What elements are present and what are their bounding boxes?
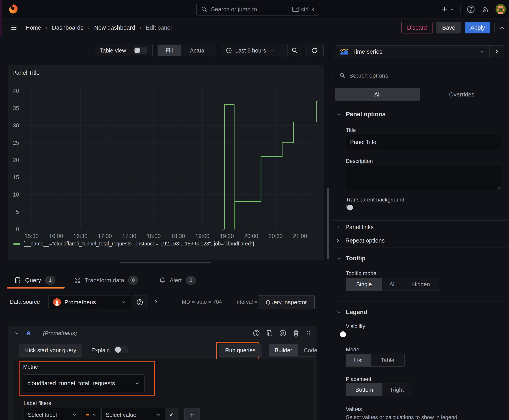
svg-text:17:00: 17:00 (98, 233, 112, 239)
legend-series-color (13, 243, 20, 245)
select-label-dropdown[interactable]: Select label (23, 408, 81, 420)
plus-icon (189, 412, 195, 418)
time-range-picker[interactable]: Last 6 hours (221, 47, 288, 54)
save-button[interactable]: Save (436, 22, 461, 33)
menu-toggle[interactable] (10, 24, 18, 31)
duplicate-query-icon[interactable] (266, 330, 273, 337)
legend-placement-bottom[interactable]: Bottom (346, 383, 382, 396)
fill-option[interactable]: Fill (158, 45, 181, 56)
breadcrumb: Home › Dashboards › New dashboard › Edit… (10, 18, 172, 37)
disable-query-icon[interactable] (279, 329, 287, 337)
explain-toggle[interactable] (114, 346, 128, 353)
select-value-dropdown[interactable]: Select value (101, 408, 165, 420)
chevron-down-icon (336, 310, 341, 315)
actual-option[interactable]: Actual (181, 45, 214, 56)
chevron-down-icon (156, 412, 161, 417)
expand-options-button[interactable] (153, 299, 159, 305)
legend-section-header[interactable]: Legend (336, 309, 367, 316)
breadcrumb-dashboards[interactable]: Dashboards (52, 24, 83, 31)
search-icon (201, 6, 207, 12)
refresh-button[interactable] (305, 44, 324, 57)
datasource-help-button[interactable] (133, 295, 147, 309)
search-shortcut: ctrl+k (292, 6, 314, 12)
transparent-background-toggle[interactable] (346, 204, 347, 208)
legend-series-label[interactable]: {__name__="cloudflared_tunnel_total_requ… (23, 241, 254, 247)
tooltip-mode-hidden[interactable]: Hidden (403, 278, 439, 291)
code-option[interactable]: Code (298, 344, 323, 356)
datasource-name: Prometheus (64, 299, 118, 306)
collapse-options-button[interactable] (499, 24, 505, 31)
legend-placement-right[interactable]: Right (382, 383, 412, 396)
remove-filter-button[interactable] (165, 408, 177, 420)
select-label-placeholder: Select label (28, 412, 69, 418)
toggle-viz-suggestions-button[interactable] (489, 45, 504, 58)
news-button[interactable] (481, 5, 490, 14)
search-icon (339, 73, 346, 79)
metric-select[interactable]: cloudflared_tunnel_total_requests (23, 375, 144, 392)
query-row-header[interactable]: A (Prometheus) (9, 326, 317, 340)
legend-placement-switch: Bottom Right (346, 383, 412, 396)
resize-handle[interactable] (120, 262, 211, 263)
tab-overrides[interactable]: Overrides (420, 88, 504, 101)
time-series-chart[interactable]: 051015202530354015:3016:0016:3017:0017:3… (9, 87, 324, 239)
svg-text:19:00: 19:00 (196, 233, 210, 239)
zoom-out-button[interactable] (288, 47, 302, 54)
refresh-icon (311, 47, 318, 54)
operator-dropdown[interactable]: = (82, 408, 101, 420)
user-avatar[interactable] (495, 4, 506, 14)
help-button[interactable] (466, 5, 475, 14)
search-placeholder: Search or jump to... (211, 6, 289, 13)
svg-text:10: 10 (13, 191, 19, 198)
tooltip-mode-all[interactable]: All (382, 278, 403, 291)
tab-transform[interactable]: Transform data 0 (74, 272, 138, 289)
svg-text:16:00: 16:00 (49, 233, 63, 239)
repeat-options-section[interactable]: Repeat options (335, 234, 506, 247)
tab-alert[interactable]: Alert 0 (159, 272, 196, 289)
chart-legend[interactable]: {__name__="cloudflared_tunnel_total_requ… (13, 241, 254, 247)
time-range-control: Last 6 hours (221, 44, 302, 57)
tab-transform-label: Transform data (85, 277, 124, 284)
panel-title-input[interactable] (346, 135, 501, 149)
global-search-box[interactable]: Search or jump to... ctrl+k (196, 3, 319, 16)
breadcrumb-current: Edit panel (146, 24, 172, 31)
legend-mode-table[interactable]: Table (371, 354, 404, 366)
tab-query[interactable]: Query 1 (14, 272, 55, 289)
table-view-toggle[interactable] (134, 47, 147, 54)
query-help-icon[interactable] (252, 329, 260, 337)
breadcrumb-new-dashboard[interactable]: New dashboard (94, 24, 135, 31)
run-queries-button[interactable]: Run queries (219, 344, 261, 357)
panel-links-section[interactable]: Panel links (335, 221, 506, 233)
query-datasource-hint: (Prometheus) (43, 330, 77, 337)
add-filter-button[interactable] (184, 408, 199, 420)
tab-all[interactable]: All (335, 88, 420, 101)
description-textarea[interactable] (346, 166, 501, 190)
visualization-picker[interactable]: Time series (335, 45, 504, 58)
kick-start-query-button[interactable]: Kick start your query (19, 344, 82, 357)
resize-grip-icon[interactable] (496, 185, 500, 189)
apply-button[interactable]: Apply (465, 22, 490, 33)
breadcrumb-home[interactable]: Home (26, 24, 41, 31)
legend-mode-list[interactable]: List (346, 354, 371, 366)
svg-text:30: 30 (13, 122, 19, 128)
visualization-name: Time series (352, 48, 480, 55)
panel-title[interactable]: Panel Title (12, 69, 39, 76)
legend-mode-label: Mode (346, 346, 359, 353)
discard-button[interactable]: Discard (402, 22, 433, 33)
delete-query-icon[interactable] (292, 330, 300, 337)
svg-text:21:00: 21:00 (293, 233, 307, 239)
options-search-box[interactable]: Search options (335, 69, 504, 82)
datasource-picker[interactable]: Prometheus (48, 295, 130, 309)
new-button[interactable] (441, 6, 455, 13)
tooltip-section-header[interactable]: Tooltip (336, 255, 365, 262)
fill-actual-switch: Fill Actual (157, 44, 215, 57)
vertical-scrollbar[interactable] (327, 188, 329, 259)
tooltip-mode-single[interactable]: Single (346, 278, 382, 291)
builder-option[interactable]: Builder (269, 344, 298, 356)
grafana-logo[interactable] (8, 4, 19, 15)
query-inspector-button[interactable]: Query inspector (258, 295, 315, 309)
top-nav-actions (441, 0, 506, 18)
datasource-label: Data source (10, 299, 40, 305)
metric-label: Metric (23, 364, 38, 370)
drag-handle-icon[interactable] (305, 330, 312, 337)
panel-options-header[interactable]: Panel options (336, 111, 386, 118)
